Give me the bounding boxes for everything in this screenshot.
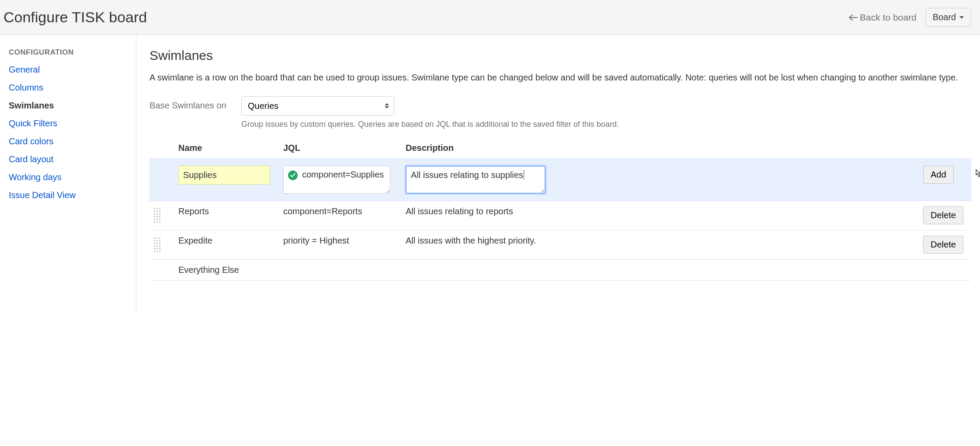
- base-swimlanes-label: Base Swimlanes on: [149, 96, 233, 111]
- base-swimlanes-select[interactable]: Queries: [241, 96, 394, 115]
- cell-desc[interactable]: All issues with the highest priority.: [401, 230, 919, 260]
- base-swimlanes-help: Group issues by custom queries. Queries …: [241, 120, 619, 129]
- header-actions: Back to board Board: [849, 8, 971, 27]
- new-swimlane-name-input[interactable]: [178, 166, 270, 185]
- back-to-board-label: Back to board: [860, 12, 917, 23]
- cell-jql[interactable]: component=Reports: [279, 201, 401, 230]
- cursor-pointer-icon: [973, 168, 980, 181]
- main-intro: A swimlane is a row on the board that ca…: [149, 71, 971, 84]
- new-swimlane-row: component=Supplies All issues relating t…: [149, 159, 971, 201]
- cell-name[interactable]: Everything Else: [174, 260, 279, 281]
- add-button[interactable]: Add: [923, 166, 954, 184]
- drag-handle-icon[interactable]: [154, 206, 162, 224]
- main-title: Swimlanes: [149, 48, 971, 63]
- drag-handle-icon[interactable]: [154, 236, 162, 253]
- cell-name[interactable]: Expedite: [174, 230, 279, 260]
- swimlanes-table: Name JQL Description: [149, 138, 971, 281]
- sidebar: CONFIGURATION General Columns Swimlanes …: [0, 35, 136, 315]
- col-header-jql: JQL: [279, 138, 401, 159]
- sidebar-heading: CONFIGURATION: [9, 48, 127, 57]
- base-swimlanes-row: Base Swimlanes on Queries Group issues b…: [149, 96, 971, 129]
- sidebar-item-general[interactable]: General: [9, 65, 40, 74]
- back-to-board-link[interactable]: Back to board: [849, 12, 917, 23]
- check-circle-icon: [288, 171, 298, 180]
- caret-down-icon: [959, 16, 964, 19]
- board-dropdown-button[interactable]: Board: [925, 8, 971, 27]
- col-header-desc: Description: [401, 138, 919, 159]
- sidebar-item-card-layout[interactable]: Card layout: [9, 154, 53, 164]
- new-swimlane-jql-input[interactable]: component=Supplies: [283, 166, 390, 194]
- cell-name[interactable]: Reports: [174, 201, 279, 230]
- cell-jql: [279, 260, 401, 281]
- new-swimlane-desc-input[interactable]: All issues relating to supplies​: [406, 166, 546, 194]
- table-row: Everything Else: [149, 260, 971, 281]
- new-swimlane-jql-text: component=Supplies: [302, 170, 384, 180]
- table-row: Expedite priority = Highest All issues w…: [149, 230, 971, 260]
- page-header: Configure TISK board Back to board Board: [0, 0, 980, 35]
- sidebar-item-working-days[interactable]: Working days: [9, 172, 62, 182]
- sidebar-item-card-colors[interactable]: Card colors: [9, 136, 53, 146]
- col-header-name: Name: [174, 138, 279, 159]
- arrow-left-icon: [849, 12, 858, 23]
- sidebar-item-quick-filters[interactable]: Quick Filters: [9, 118, 57, 128]
- table-row: Reports component=Reports All issues rel…: [149, 201, 971, 230]
- sidebar-item-swimlanes[interactable]: Swimlanes: [9, 101, 54, 110]
- page-title: Configure TISK board: [3, 9, 147, 26]
- main-panel: Swimlanes A swimlane is a row on the boa…: [136, 35, 980, 315]
- board-dropdown-label: Board: [933, 12, 956, 22]
- delete-button[interactable]: Delete: [923, 236, 963, 254]
- sidebar-item-issue-detail-view[interactable]: Issue Detail View: [9, 190, 76, 200]
- sidebar-item-columns[interactable]: Columns: [9, 83, 43, 92]
- cell-desc[interactable]: All issues relating to reports: [401, 201, 919, 230]
- cell-jql[interactable]: priority = Highest: [279, 230, 401, 260]
- cell-desc: [401, 260, 919, 281]
- delete-button[interactable]: Delete: [923, 206, 963, 224]
